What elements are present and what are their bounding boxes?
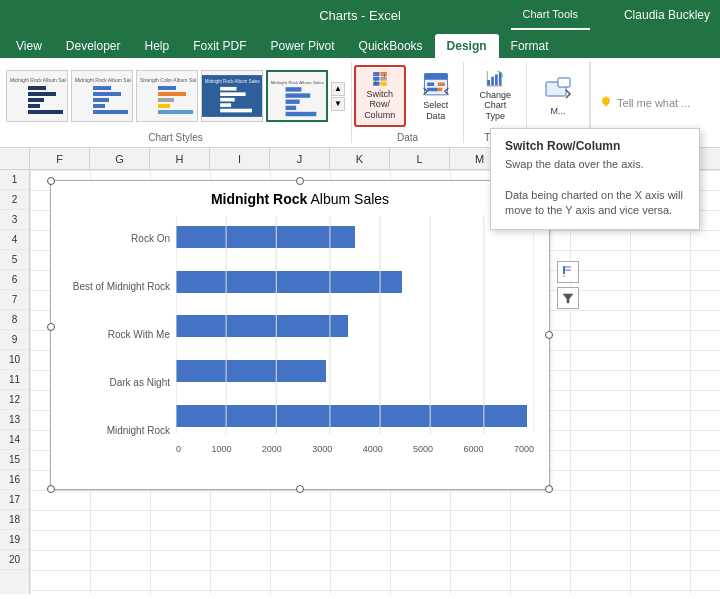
svg-text:Strength Color Album Sales: Strength Color Album Sales — [140, 77, 196, 83]
scroll-up[interactable]: ▲ — [331, 82, 345, 96]
svg-rect-35 — [373, 82, 379, 86]
col-header-j: J — [270, 148, 330, 169]
row-18: 18 — [0, 510, 29, 530]
chart-style-5[interactable]: Midnight Rock Album Sales — [266, 70, 328, 122]
tab-developer[interactable]: Developer — [54, 34, 133, 58]
col-header-f: F — [30, 148, 90, 169]
chart-gridlines-svg — [176, 215, 534, 434]
y-label-5: Midnight Rock — [66, 425, 170, 436]
svg-rect-67 — [563, 275, 565, 277]
svg-rect-15 — [158, 98, 174, 102]
chart-side-icons — [557, 261, 579, 309]
svg-rect-29 — [286, 106, 297, 110]
col-header-l: L — [390, 148, 450, 169]
switch-row-col-label: Switch Row/ Column — [360, 89, 400, 121]
type-group-content: Change Chart Type — [469, 62, 521, 130]
col-header-g: G — [90, 148, 150, 169]
row-10: 10 — [0, 350, 29, 370]
grid-area: Midnight Rock Album Sales Rock On Best o… — [30, 170, 720, 594]
tab-foxit[interactable]: Foxit PDF — [181, 34, 258, 58]
svg-rect-2 — [28, 92, 56, 96]
tell-me-text: Tell me what ... — [617, 97, 690, 109]
chart-tools-label: Chart Tools — [511, 0, 590, 30]
chart-bars-area: 0 1000 2000 3000 4000 5000 6000 7000 — [176, 215, 534, 454]
svg-rect-36 — [380, 82, 386, 86]
tab-view[interactable]: View — [4, 34, 54, 58]
row-9: 9 — [0, 330, 29, 350]
chart-style-2[interactable]: Midnight Rock Album Sales — [71, 70, 133, 122]
row-16: 16 — [0, 470, 29, 490]
data-group-content: A B Switch Row/ Column — [354, 62, 462, 130]
col-header-h: H — [150, 148, 210, 169]
tab-format[interactable]: Format — [499, 34, 561, 58]
switch-row-column-button[interactable]: A B Switch Row/ Column — [354, 65, 406, 127]
chart-y-labels: Rock On Best of Midnight Rock Rock With … — [66, 215, 176, 454]
chart-title: Midnight Rock Album Sales — [66, 191, 534, 207]
svg-rect-26 — [286, 87, 302, 91]
svg-rect-42 — [427, 88, 438, 92]
tooltip-title: Switch Row/Column — [505, 139, 685, 153]
tell-me-input[interactable]: Tell me what ... — [599, 96, 690, 110]
tooltip-line1: Swap the data over the axis. — [505, 158, 644, 170]
svg-rect-17 — [158, 110, 193, 114]
svg-rect-1 — [28, 86, 46, 90]
svg-rect-47 — [495, 74, 498, 85]
tab-help[interactable]: Help — [133, 34, 182, 58]
tab-quickbooks[interactable]: QuickBooks — [347, 34, 435, 58]
row-7: 7 — [0, 290, 29, 310]
data-group-label: Data — [397, 130, 418, 143]
chart-inner: Midnight Rock Album Sales Rock On Best o… — [51, 181, 549, 489]
y-label-3: Rock With Me — [66, 329, 170, 340]
svg-rect-10 — [93, 104, 105, 108]
row-19: 19 — [0, 530, 29, 550]
ribbon-tabs-bar: View Developer Help Foxit PDF Power Pivo… — [0, 30, 720, 58]
change-chart-type-button[interactable]: Change Chart Type — [469, 65, 521, 127]
chart-style-1[interactable]: Midnight Rock Album Sales — [6, 70, 68, 122]
select-data-button[interactable]: Select Data — [410, 65, 462, 127]
tab-power-pivot[interactable]: Power Pivot — [259, 34, 347, 58]
svg-text:Midnight Rock Album Sales: Midnight Rock Album Sales — [205, 79, 261, 84]
row-2: 2 — [0, 190, 29, 210]
svg-rect-11 — [93, 110, 128, 114]
svg-line-56 — [609, 97, 610, 98]
tooltip-popup: Switch Row/Column Swap the data over the… — [490, 128, 700, 230]
spreadsheet-body: 1 2 3 4 5 6 7 8 9 10 11 12 13 14 15 16 1… — [0, 170, 720, 594]
row-5: 5 — [0, 250, 29, 270]
svg-rect-13 — [158, 86, 176, 90]
svg-rect-20 — [220, 87, 236, 91]
svg-rect-30 — [286, 112, 317, 116]
app-title: Charts - Excel — [319, 8, 401, 23]
col-header-k: K — [330, 148, 390, 169]
svg-text:Midnight Rock Album Sales: Midnight Rock Album Sales — [10, 77, 66, 83]
row-8: 8 — [0, 310, 29, 330]
move-chart-button[interactable]: M... — [532, 65, 584, 127]
svg-rect-33 — [373, 77, 379, 81]
chart-filter-icon[interactable] — [557, 287, 579, 309]
svg-rect-3 — [28, 98, 44, 102]
styles-gallery: Midnight Rock Album Sales Midnight Rock … — [4, 62, 347, 130]
user-name: Claudia Buckley — [614, 0, 720, 30]
svg-rect-16 — [158, 104, 170, 108]
svg-rect-28 — [286, 100, 300, 104]
svg-rect-44 — [437, 88, 441, 92]
svg-rect-9 — [93, 98, 109, 102]
chart-container[interactable]: Midnight Rock Album Sales Rock On Best o… — [50, 180, 550, 490]
title-bar: Charts - Excel Chart Tools Claudia Buckl… — [0, 0, 720, 30]
gallery-scroll[interactable]: ▲ ▼ — [331, 82, 345, 111]
lightbulb-icon — [599, 96, 613, 110]
row-6: 6 — [0, 270, 29, 290]
scroll-down[interactable]: ▼ — [331, 97, 345, 111]
move-chart-label: M... — [551, 106, 566, 117]
row-20: 20 — [0, 550, 29, 570]
row-num-header — [0, 148, 30, 169]
tab-design[interactable]: Design — [435, 34, 499, 58]
chart-style-4[interactable]: Midnight Rock Album Sales — [201, 70, 263, 122]
y-label-4: Dark as Night — [66, 377, 170, 388]
chart-style-3[interactable]: Strength Color Album Sales — [136, 70, 198, 122]
row-1: 1 — [0, 170, 29, 190]
chart-brush-icon[interactable] — [557, 261, 579, 283]
row-12: 12 — [0, 390, 29, 410]
row-4: 4 — [0, 230, 29, 250]
svg-rect-22 — [220, 98, 235, 102]
svg-rect-24 — [220, 109, 252, 113]
